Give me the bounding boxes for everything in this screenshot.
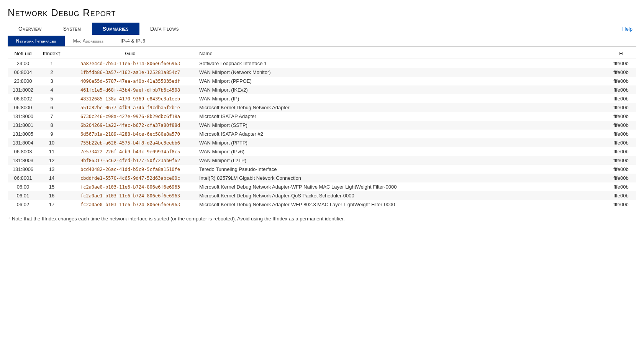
table-row: 06:8003117e573422-226f-4cb9-b43c-9e09934… — [8, 147, 636, 156]
cell-name: WAN Miniport (Network Monitor) — [195, 68, 606, 77]
table-row: 131:800186b204269-1a22-4fec-b672-cfa37a8… — [8, 121, 636, 130]
cell-name: Microsoft Kernel Debug Network Adapter-W… — [195, 182, 606, 191]
col-header-guid: Guid — [65, 48, 195, 59]
cell-netluid: 131:8001 — [8, 121, 38, 130]
cell-ifindex: 9 — [38, 130, 65, 138]
cell-h: fffe00b — [606, 112, 636, 121]
page-title: Network Debug Report — [8, 7, 636, 19]
cell-guid: fc2a0ae1-b103-11e6-b724-806e6f6e6963 — [65, 191, 195, 200]
tab-dataflows[interactable]: Data Flows — [139, 23, 190, 35]
tab-summaries[interactable]: Summaries — [92, 23, 139, 35]
sub-tab-ipv4-ipv6[interactable]: IPv4 & IPv6 — [112, 36, 154, 46]
cell-netluid: 06:8001 — [8, 174, 38, 182]
cell-h: fffe00b — [606, 165, 636, 174]
cell-h: fffe00b — [606, 59, 636, 68]
table-row: 24:001aa87e4cd-7b53-11e6-b714-806e6f6e69… — [8, 59, 636, 68]
cell-netluid: 06:8003 — [8, 147, 38, 156]
cell-name: WAN Miniport (SSTP) — [195, 121, 606, 130]
col-header-name: Name — [195, 48, 606, 59]
sub-tab-mac-addresses[interactable]: Mac Addresses — [65, 36, 112, 46]
cell-ifindex: 6 — [38, 103, 65, 112]
cell-h: fffe00b — [606, 156, 636, 165]
table-row: 131:800596d567b1a-2189-4288-b4ce-6ec580e… — [8, 130, 636, 138]
cell-netluid: 131:8002 — [8, 85, 38, 94]
cell-ifindex: 14 — [38, 174, 65, 182]
cell-guid: 461fc1e5-d68f-43b4-9aef-dfbb7b6c4508 — [65, 85, 195, 94]
table-row: 131:800410755b22eb-a626-4575-b4f8-d2a4bc… — [8, 138, 636, 147]
cell-ifindex: 10 — [38, 138, 65, 147]
cell-ifindex: 15 — [38, 182, 65, 191]
cell-guid: 48312685-138a-4170-9369-e8439c3a1eeb — [65, 94, 195, 103]
cell-guid: 6b204269-1a22-4fec-b672-cfa37a80f88d — [65, 121, 195, 130]
table-row: 06:80006551a82bc-0677-4fb9-a74b-f9cdba5f… — [8, 103, 636, 112]
cell-h: fffe00b — [606, 174, 636, 182]
sub-tab-network-interfaces[interactable]: Network Interfaces — [8, 36, 65, 46]
cell-netluid: 131:8004 — [8, 138, 38, 147]
network-interfaces-table: NetLuid IfIndex† Guid Name H 24:001aa87e… — [8, 48, 636, 209]
cell-h: fffe00b — [606, 77, 636, 85]
table-row: 06:0116fc2a0ae1-b103-11e6-b724-806e6f6e6… — [8, 191, 636, 200]
cell-guid: cbddfde1-5570-4c65-9d47-52d63abce00c — [65, 174, 195, 182]
cell-ifindex: 5 — [38, 94, 65, 103]
table-header-row: NetLuid IfIndex† Guid Name H — [8, 48, 636, 59]
cell-h: fffe00b — [606, 200, 636, 209]
cell-name: WAN Miniport (IKEv2) — [195, 85, 606, 94]
cell-name: Microsoft Kernel Debug Network Adapter-Q… — [195, 191, 606, 200]
table-row: 131:80024461fc1e5-d68f-43b4-9aef-dfbb7b6… — [8, 85, 636, 94]
cell-netluid: 24:00 — [8, 59, 38, 68]
cell-netluid: 06:8000 — [8, 103, 38, 112]
cell-name: Microsoft Kernel Debug Network Adapter — [195, 103, 606, 112]
cell-ifindex: 3 — [38, 77, 65, 85]
table-row: 06:800421fbfdb86-3a57-4162-aa1e-125281a8… — [8, 68, 636, 77]
cell-name: WAN Miniport (IPv6) — [195, 147, 606, 156]
cell-h: fffe00b — [606, 103, 636, 112]
cell-netluid: 131:8005 — [8, 130, 38, 138]
cell-netluid: 06:01 — [8, 191, 38, 200]
page-container: Network Debug Report Overview System Sum… — [0, 0, 644, 340]
cell-name: WAN Miniport (PPPOE) — [195, 77, 606, 85]
col-header-h: H — [606, 48, 636, 59]
cell-netluid: 06:00 — [8, 182, 38, 191]
cell-ifindex: 12 — [38, 156, 65, 165]
cell-h: fffe00b — [606, 130, 636, 138]
cell-netluid: 131:8003 — [8, 156, 38, 165]
cell-name: Teredo Tunneling Pseudo-Interface — [195, 165, 606, 174]
cell-h: fffe00b — [606, 182, 636, 191]
table-row: 06:800114cbddfde1-5570-4c65-9d47-52d63ab… — [8, 174, 636, 182]
cell-name: Intel(R) 82579LM Gigabit Network Connect… — [195, 174, 606, 182]
cell-h: fffe00b — [606, 68, 636, 77]
cell-name: Microsoft Kernel Debug Network Adapter-W… — [195, 200, 606, 209]
table-row: 06:0015fc2a0ae0-b103-11e6-b724-806e6f6e6… — [8, 182, 636, 191]
cell-name: WAN Miniport (PPTP) — [195, 138, 606, 147]
sub-tabs: Network Interfaces Mac Addresses IPv4 & … — [8, 36, 636, 47]
table-row: 06:8002548312685-138a-4170-9369-e8439c3a… — [8, 94, 636, 103]
cell-ifindex: 13 — [38, 165, 65, 174]
cell-netluid: 06:8004 — [8, 68, 38, 77]
table-row: 131:800613bcd40482-26ac-41dd-b5c9-5cfa8a… — [8, 165, 636, 174]
cell-h: fffe00b — [606, 94, 636, 103]
cell-guid: 4090e55d-5787-47ea-af0b-41a355035edf — [65, 77, 195, 85]
cell-h: fffe00b — [606, 147, 636, 156]
cell-ifindex: 16 — [38, 191, 65, 200]
cell-guid: fc2a0ae0-b103-11e6-b724-806e6f6e6963 — [65, 200, 195, 209]
cell-guid: bcd40482-26ac-41dd-b5c9-5cfa8a1510fe — [65, 165, 195, 174]
cell-guid: 1fbfdb86-3a57-4162-aa1e-125281a854c7 — [65, 68, 195, 77]
cell-ifindex: 11 — [38, 147, 65, 156]
cell-ifindex: 2 — [38, 68, 65, 77]
table-row: 131:8003129bf86317-5c62-4fed-b177-50f723… — [8, 156, 636, 165]
tab-overview[interactable]: Overview — [8, 23, 52, 35]
cell-ifindex: 8 — [38, 121, 65, 130]
cell-name: Software Loopback Interface 1 — [195, 59, 606, 68]
cell-guid: 551a82bc-0677-4fb9-a74b-f9cdba5f2b1e — [65, 103, 195, 112]
main-tabs: Overview System Summaries Data Flows Hel… — [8, 23, 636, 35]
tab-system[interactable]: System — [52, 23, 92, 35]
cell-netluid: 06:8002 — [8, 94, 38, 103]
cell-ifindex: 7 — [38, 112, 65, 121]
cell-guid: 6730c246-c98a-427e-9976-8b29dbc6f18a — [65, 112, 195, 121]
cell-ifindex: 17 — [38, 200, 65, 209]
cell-guid: fc2a0ae0-b103-11e6-b724-806e6f6e6963 — [65, 182, 195, 191]
cell-netluid: 131:8006 — [8, 165, 38, 174]
help-link[interactable]: Help — [622, 26, 636, 32]
table-body: 24:001aa87e4cd-7b53-11e6-b714-806e6f6e69… — [8, 59, 636, 209]
cell-name: Microsoft ISATAP Adapter — [195, 112, 606, 121]
